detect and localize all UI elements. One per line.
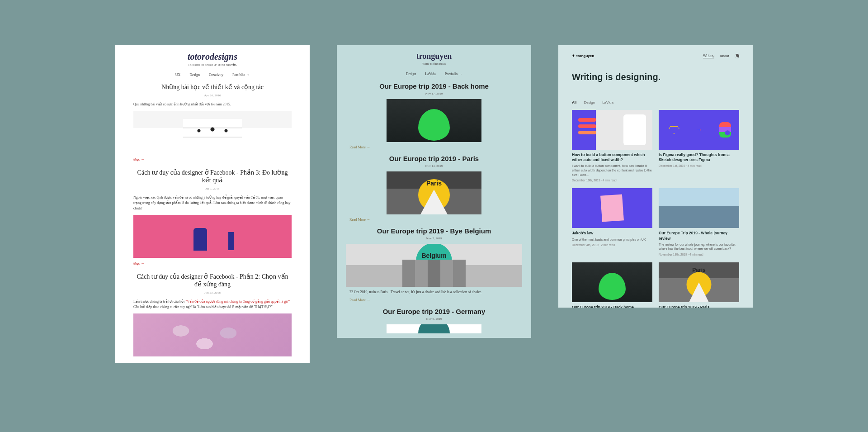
post-title[interactable]: Our Europe trip 2019 - Bye Belgium — [346, 227, 522, 235]
excerpt-highlight: "Vấn đề của người dùng mà chúng ta đang … — [185, 299, 290, 304]
post-card[interactable]: Paris Our Europe trip 2019 - Paris There… — [659, 262, 739, 308]
post-title[interactable]: Cách tư duy của designer ở Facebook - Ph… — [133, 273, 292, 288]
card-title: Our Europe trip 2019 - Paris — [659, 305, 739, 308]
post-card[interactable]: How to build a button component which ei… — [572, 110, 652, 182]
tab-design[interactable]: Design — [584, 100, 595, 104]
logo-icon: ✦ — [572, 54, 575, 58]
main-nav: Writing About — [703, 53, 739, 58]
filter-tabs: All Design LaVida — [572, 100, 739, 104]
post-card[interactable]: Our Europe Trip 2019 - Whole journey rev… — [659, 188, 739, 256]
post-title[interactable]: Our Europe trip 2019 - Paris — [346, 155, 522, 162]
card-meta: December 4th, 2019 · 2 min read — [572, 243, 652, 247]
card-meta: December 10th, 2019 · 4 min read — [572, 179, 652, 182]
excerpt-pre: Lần trước chúng ta trả lời câu hỏi — [133, 299, 185, 304]
tab-lavida[interactable]: LaVida — [602, 100, 613, 104]
post-image — [387, 324, 481, 333]
nav-design[interactable]: Design — [189, 73, 200, 77]
logo-text: tronguyen — [576, 54, 594, 58]
blog-variant-3: ✦ tronguyen Writing About Writing is des… — [558, 45, 753, 308]
post-title[interactable]: Những bài học về thiết kế và cộng tác — [133, 83, 292, 91]
hero-title: Writing is designing. — [572, 72, 739, 82]
post-image — [387, 99, 481, 142]
post: Cách tư duy của designer ở Facebook - Ph… — [115, 273, 310, 363]
nav-about[interactable]: About — [720, 54, 729, 58]
post: Cách tư duy của designer ở Facebook - Ph… — [115, 169, 310, 273]
nav-writing[interactable]: Writing — [703, 53, 714, 58]
site-logo[interactable]: tronguyen — [346, 52, 522, 61]
post-date: Jul 1, 2018 — [133, 187, 292, 190]
post: Những bài học về thiết kế và cộng tác Ap… — [115, 83, 310, 169]
dark-mode-icon[interactable] — [735, 54, 739, 58]
read-link[interactable]: Read More → — [346, 145, 370, 149]
post-image — [133, 111, 292, 154]
read-link[interactable]: Read More → — [346, 218, 370, 222]
nav-design[interactable]: Design — [406, 72, 416, 76]
main-nav: UX Design Creativity Portfolio → — [115, 69, 310, 83]
blog-variant-2: tronguyen Write to find ideas Design LaV… — [337, 45, 531, 338]
post-image — [133, 313, 292, 356]
post-excerpt: 22 Oct 2019, train to Paris - Travel or … — [346, 290, 522, 295]
nav-ux[interactable]: UX — [175, 73, 181, 77]
image-label: Belgium — [421, 252, 446, 259]
post-image — [133, 215, 292, 258]
read-link[interactable]: Read More → — [346, 298, 370, 302]
post-card[interactable]: Our Europe trip 2019 - Back home We're p… — [572, 262, 652, 308]
header: tronguyen Write to find ideas — [337, 45, 531, 68]
post-excerpt: Ngoài việc xác định được vấn đề và có nh… — [133, 195, 292, 211]
post: Our Europe trip 2019 - Paris Nov 14, 201… — [337, 155, 531, 227]
read-link[interactable]: Đọc → — [133, 261, 144, 266]
excerpt-post: Câu hỏi tiếp theo chúng ta cần suy nghĩ … — [133, 305, 273, 309]
post-date: Nov 14, 2019 — [346, 164, 522, 168]
card-image: → — [659, 110, 739, 150]
arrow-icon: → — [695, 126, 703, 134]
nav-lavida[interactable]: LaVida — [425, 72, 436, 76]
site-tagline: Write to find ideas — [346, 62, 522, 66]
post-date: Nov 6, 2019 — [346, 317, 522, 321]
card-title: Our Europe trip 2019 - Back home — [572, 305, 652, 308]
post-card[interactable]: Jakob's law One of the most basic and co… — [572, 188, 652, 256]
card-image — [572, 188, 652, 228]
tab-all[interactable]: All — [572, 100, 576, 104]
image-label: Paris — [692, 267, 705, 273]
card-meta: December 1st, 2019 · 4 min read — [659, 164, 739, 167]
nav-portfolio[interactable]: Portfolio → — [445, 72, 462, 76]
post-title[interactable]: Our Europe trip 2019 - Germany — [346, 308, 522, 315]
header: totorodesigns Thoughts on design @ Trong… — [115, 45, 310, 69]
site-logo[interactable]: totorodesigns — [124, 52, 301, 62]
post-date: Apr 26, 2016 — [133, 94, 292, 97]
post-title[interactable]: Our Europe trip 2019 - Back home — [346, 82, 522, 90]
post: Our Europe trip 2019 - Bye Belgium Nov 7… — [337, 227, 531, 308]
post: Our Europe trip 2019 - Back home Nov 17,… — [337, 82, 531, 155]
card-image: Paris — [659, 262, 739, 302]
card-image — [659, 188, 739, 228]
post-date: Nov 17, 2019 — [346, 92, 522, 95]
main-nav: Design LaVida Portfolio → — [337, 68, 531, 82]
post-excerpt: Lần trước chúng ta trả lời câu hỏi "Vấn … — [133, 299, 292, 310]
card-excerpt: The review for our whole journey, where … — [659, 242, 739, 252]
post-title[interactable]: Cách tư duy của designer ở Facebook - Ph… — [133, 169, 292, 184]
nav-portfolio[interactable]: Portfolio → — [232, 73, 250, 77]
card-title: How to build a button component which ei… — [572, 152, 652, 162]
nav-creativity[interactable]: Creativity — [209, 73, 223, 77]
post-image: Paris — [387, 171, 481, 214]
image-label: Paris — [426, 180, 442, 187]
post-grid: How to build a button component which ei… — [572, 110, 739, 308]
card-meta: November 18th, 2019 · 4 min read — [659, 253, 739, 256]
card-title: Jakob's law — [572, 231, 652, 236]
site-tagline: Thoughts on design @ Trong Nguyễn. — [124, 63, 301, 66]
card-excerpt: I want to build a button component, how … — [572, 164, 652, 177]
post-date: Nov 7, 2019 — [346, 237, 522, 240]
card-title: Our Europe Trip 2019 - Whole journey rev… — [659, 231, 739, 241]
card-title: Is Figma really good? Thoughts from a Sk… — [659, 152, 739, 162]
post-date: Jun 23, 2018 — [133, 291, 292, 294]
post-excerpt: Qua những bài viết có sức ảnh hưởng nhất… — [133, 102, 292, 107]
site-logo[interactable]: ✦ tronguyen — [572, 54, 594, 58]
blog-variant-1: totorodesigns Thoughts on design @ Trong… — [115, 45, 310, 363]
card-excerpt: One of the most basic and common princip… — [572, 237, 652, 242]
post-card[interactable]: → Is Figma really good? Thoughts from a … — [659, 110, 739, 182]
card-image — [572, 262, 652, 302]
card-image — [572, 110, 652, 150]
post-image: Belgium — [346, 244, 522, 287]
read-link[interactable]: Đọc → — [133, 157, 144, 161]
post: Our Europe trip 2019 - Germany Nov 6, 20… — [337, 308, 531, 338]
